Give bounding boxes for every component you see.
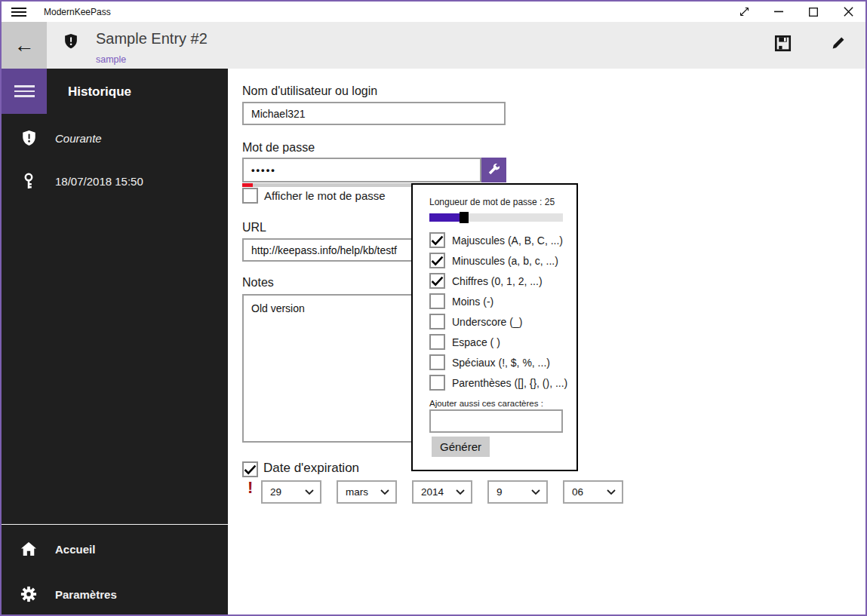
sidebar-heading: Historique [68,84,131,100]
username-label: Nom d'utilisateur ou login [242,84,377,98]
brackets-checkbox[interactable] [429,375,445,391]
uppercase-checkbox[interactable] [429,232,445,248]
maximize-icon[interactable] [796,2,831,22]
url-label: URL [242,221,266,234]
expiration-year-dropdown[interactable]: 2014 [412,480,472,504]
dropdown-value: 06 [572,486,607,498]
show-password-label: Afficher le mot de passe [264,189,386,202]
underscore-checkbox[interactable] [429,314,445,329]
expiration-hour-dropdown[interactable]: 9 [487,480,548,504]
close-icon[interactable] [831,2,865,22]
chevron-down-icon [607,489,616,495]
password-strength-fill [242,183,253,187]
sidebar-item-home[interactable]: Accueil [2,534,228,564]
option-space: Espace ( ) [429,332,572,352]
digits-checkbox[interactable] [429,273,445,289]
option-label: Underscore (_) [452,316,522,328]
option-special: Spéciaux (!, $, %, ...) [429,352,572,372]
option-uppercase: Majuscules (A, B, C, ...) [429,230,572,250]
dropdown-value: 29 [270,486,305,498]
password-generator-popup: Longueur de mot de passe : 25 Majuscules… [411,183,578,471]
sidebar-item-label: 18/07/2018 15:50 [55,175,143,188]
sidebar-item-label: Paramètres [55,588,117,601]
space-checkbox[interactable] [429,334,445,350]
show-password-checkbox[interactable] [242,188,258,204]
password-input[interactable] [242,158,481,182]
sidebar-item-label: Accueil [55,543,95,556]
dropdown-value: 2014 [421,486,456,498]
key-icon [20,173,38,190]
option-label: Spéciaux (!, $, %, ...) [452,357,550,369]
back-button[interactable]: ← [2,22,47,69]
sidebar-item-label: Courante [55,132,102,145]
shield-exclamation-icon [20,130,38,146]
titlebar: ModernKeePass [2,2,865,22]
chevron-down-icon [380,489,389,495]
save-icon [774,43,792,54]
gear-icon [20,586,38,602]
wrench-icon [487,163,500,178]
generate-button[interactable]: Générer [432,437,490,457]
sidebar-item-current-version[interactable]: Courante [2,123,228,153]
password-label: Mot de passe [242,141,315,155]
username-input[interactable] [242,102,506,125]
chevron-down-icon [305,489,314,495]
option-label: Moins (-) [452,296,493,308]
expired-warning-icon: ! [247,478,253,498]
slider-fill [429,213,461,222]
dropdown-value: 9 [497,486,531,498]
option-label: Espace ( ) [452,336,500,348]
entry-header: ← Sample Entry #2 sample [2,22,865,69]
shield-icon [64,33,78,52]
edit-button[interactable] [831,35,847,53]
option-minus: Moins (-) [429,291,572,311]
password-length-label: Longueur de mot de passe : 25 [429,197,555,207]
nav-hamburger-button[interactable] [2,69,47,114]
minus-checkbox[interactable] [429,293,445,309]
option-brackets: Parenthèses ([], {}, (), ...) [429,372,572,393]
hamburger-icon[interactable] [11,8,26,17]
chevron-down-icon [456,489,465,495]
expiration-label: Date d'expiration [263,461,359,476]
expand-icon[interactable] [727,2,761,22]
option-label: Chiffres (0, 1, 2, ...) [452,275,543,287]
password-length-slider[interactable] [429,213,563,222]
chevron-down-icon [531,489,540,495]
expiration-month-dropdown[interactable]: mars [337,480,397,504]
expiration-minute-dropdown[interactable]: 06 [563,480,623,504]
notes-label: Notes [242,276,274,290]
option-underscore: Underscore (_) [429,311,572,332]
generator-options: Majuscules (A, B, C, ...) Minuscules (a,… [429,230,572,393]
option-digits: Chiffres (0, 1, 2, ...) [429,271,572,291]
expiration-checkbox[interactable] [242,461,258,477]
custom-chars-input[interactable] [429,409,563,433]
dropdown-value: mars [346,486,380,498]
edit-pencil-icon [831,41,847,53]
minimize-icon[interactable] [761,2,796,22]
option-label: Parenthèses ([], {}, (), ...) [452,377,567,389]
option-lowercase: Minuscules (a, b, c, ...) [429,250,572,271]
entry-title: Sample Entry #2 [96,30,208,48]
sidebar-item-settings[interactable]: Paramètres [2,579,228,609]
window-controls [727,2,865,22]
password-generator-button[interactable] [481,158,506,182]
entry-group-label: sample [96,54,126,65]
expiration-day-dropdown[interactable]: 29 [261,480,321,504]
home-icon [20,541,38,556]
lowercase-checkbox[interactable] [429,253,445,268]
sidebar-item-history-entry[interactable]: 18/07/2018 15:50 [2,166,228,196]
app-title: ModernKeePass [44,7,111,17]
option-label: Majuscules (A, B, C, ...) [452,234,563,247]
back-arrow-icon: ← [14,34,35,57]
custom-chars-label: Ajouter aussi ces caractères : [429,399,543,408]
slider-handle[interactable] [460,212,469,223]
special-checkbox[interactable] [429,354,445,370]
sidebar-separator [2,524,228,525]
save-button[interactable] [774,35,792,54]
option-label: Minuscules (a, b, c, ...) [452,255,558,267]
sidebar: Historique Courante 18/07/2018 15:50 Acc… [2,69,228,614]
app-window: ModernKeePass ← Sample Entry #2 sample [0,0,867,616]
